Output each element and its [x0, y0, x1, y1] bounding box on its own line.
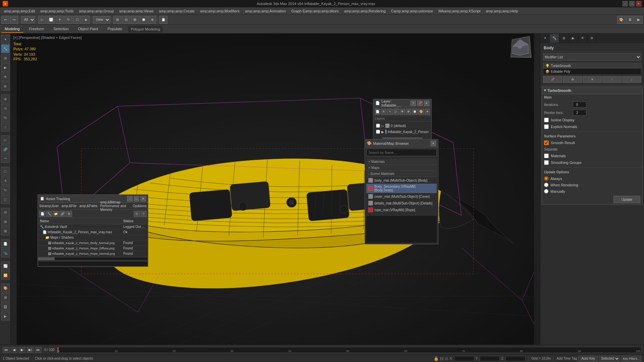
ts-when-rendering-radio[interactable] — [544, 183, 548, 187]
maps-section-header[interactable]: + Maps — [366, 165, 437, 171]
asset-toolbar-btn4[interactable]: 🔗 — [59, 211, 65, 217]
mat-item-body-secondary[interactable]: Body_Secondary (VRayMtl) [Body,Seats] — [366, 184, 437, 193]
select-region-button[interactable]: ⬜ — [47, 16, 55, 24]
menu-animation[interactable]: amp;amp;amp;Animation — [242, 8, 288, 14]
material-editor-sidebar-btn[interactable]: 🎨 — [1, 284, 10, 292]
angle-snap-toggle[interactable]: ⊕ — [148, 16, 156, 24]
nav-cube-box[interactable]: TOP — [511, 36, 531, 58]
menu-customize[interactable]: Camp;amp;amp;ustomize — [388, 8, 436, 14]
utilities-panel-btn[interactable]: ⚙ — [1, 82, 10, 90]
ts-materials-checkbox[interactable] — [544, 154, 549, 158]
snap-spinner-btn[interactable]: ↕ — [1, 123, 10, 131]
minimize-button[interactable]: − — [623, 1, 628, 6]
menu-create[interactable]: amp;amp;amp;Create — [156, 8, 197, 14]
right-tab-display[interactable]: 👁 — [578, 34, 587, 43]
asset-row-vault[interactable]: 🔧 Autodesk Vault Logged Out ... — [38, 224, 148, 230]
link-btn[interactable]: 🔗 — [1, 145, 10, 154]
ts-isoline-checkbox[interactable] — [544, 118, 549, 122]
ts-smoothing-groups-checkbox[interactable] — [544, 160, 549, 165]
asset-toolbar-btn1[interactable]: 📄 — [39, 211, 45, 217]
asset-menu-file[interactable]: amp;&File — [61, 204, 76, 208]
asset-help-btn[interactable]: ? — [141, 211, 147, 217]
viewport[interactable]: [+] [Perspective] [Shaded + Edged Faces]… — [11, 34, 540, 345]
menu-rendering[interactable]: amp;amp;amp;Rendering — [341, 8, 388, 14]
ts-explicit-checkbox[interactable] — [544, 124, 549, 129]
asset-refresh-btn[interactable]: ↻ — [134, 211, 140, 217]
snap-angle-btn[interactable]: ⊙ — [1, 104, 10, 113]
select-filter-btn[interactable]: ⬡ — [1, 167, 10, 176]
timeline-back-btn[interactable]: ◀ — [11, 347, 17, 353]
scene-materials-section-header[interactable]: - Scene Materials — [366, 171, 437, 177]
y-coord-input[interactable] — [480, 356, 500, 361]
asset-close-btn[interactable]: ✕ — [141, 196, 146, 201]
reference-coord-dropdown[interactable]: View — [93, 16, 110, 23]
timeline-fwd-btn[interactable]: ▶| — [27, 347, 34, 353]
mod-editablepoly-item[interactable]: 📦 Editable Poly — [543, 69, 641, 74]
layer-delete-btn[interactable]: ✕ — [381, 109, 387, 115]
material-browser-close-btn[interactable]: ✕ — [431, 141, 436, 146]
layer-radiosity-btn[interactable]: ☀ — [425, 109, 430, 115]
x-coord-input[interactable] — [454, 356, 474, 361]
layer-item-kayak[interactable]: ▶ Inflatable_Kayak_2_Person — [375, 129, 430, 135]
layer-default-checkbox[interactable] — [376, 124, 380, 128]
ts-manually-radio[interactable] — [544, 189, 548, 193]
asset-row-body-normal[interactable]: 🖼 Inflatable_Kayak_2_Person_Body_Normal.… — [38, 240, 148, 246]
rotate-tool-btn[interactable]: ↻ — [1, 186, 10, 194]
undo-button[interactable]: ↩ — [1, 16, 9, 24]
move-tool-btn[interactable]: ✛ — [1, 176, 10, 185]
ts-update-btn[interactable]: Update — [613, 196, 640, 203]
autokey-button[interactable]: Auto Key — [578, 356, 598, 362]
snap-percent-btn[interactable]: % — [1, 113, 10, 122]
layer-select-btn[interactable]: ▷ — [393, 109, 399, 115]
mat-item-body[interactable]: body_mat (Multi/Sub-Object) [Body] — [366, 177, 437, 184]
layers-help-btn[interactable]: ? — [411, 101, 416, 106]
asset-toolbar-btn5[interactable]: ⚙ — [66, 211, 72, 217]
layer-kayak-checkbox[interactable] — [376, 130, 380, 134]
ts-render-iters-input[interactable] — [573, 110, 586, 116]
timeline-prev-btn[interactable]: ⏮ — [3, 347, 9, 353]
key-filters-button[interactable]: Key Filters... — [621, 356, 641, 362]
snap-3d-btn[interactable]: ⊕ — [1, 95, 10, 103]
layer-new-btn[interactable]: 📄 — [375, 109, 380, 115]
scale-tool-btn[interactable]: ⬡ — [1, 195, 10, 204]
material-search-input[interactable] — [366, 149, 437, 156]
modify-panel-btn[interactable]: 🔧 — [1, 44, 10, 53]
mat-item-cover[interactable]: cover_mat (Multi/Sub-Object) [Cover] — [366, 193, 437, 200]
asset-menu-options[interactable]: Op&tions — [133, 204, 147, 208]
timeline-next-btn[interactable]: ⏭ — [35, 347, 42, 353]
select-button[interactable]: ▷ — [38, 16, 46, 24]
mirror-button[interactable]: ⊟ — [122, 16, 130, 24]
redo-button[interactable]: ↪ — [10, 16, 18, 24]
layers-close-btn[interactable]: ✕ — [424, 101, 429, 106]
snap-toggle[interactable]: 🔲 — [140, 16, 148, 24]
right-tab-motion[interactable]: ▶ — [569, 34, 578, 43]
asset-menu-server[interactable]: Seramp;&ver — [39, 204, 59, 208]
asset-row-rope-normal[interactable]: 🖼 Inflatable_Kayak_2_Person_Rope_Normal.… — [38, 251, 148, 256]
layer-render-btn[interactable]: 🔲 — [412, 109, 418, 115]
layer-color-btn[interactable]: 🎨 — [418, 109, 424, 115]
select-object-btn[interactable]: ▷ — [1, 135, 10, 144]
right-tab-modify[interactable]: 🔧 — [550, 34, 559, 43]
array-button[interactable]: ⊠ — [131, 16, 139, 24]
align-tool-btn[interactable]: ⊞ — [1, 217, 10, 226]
modifier-list-dropdown[interactable]: Modifier List — [543, 53, 641, 61]
mod-down-btn[interactable]: ↓ — [622, 76, 641, 83]
bind-space-warp-btn[interactable]: 〜 — [1, 154, 10, 163]
mod-up-btn[interactable]: ↑ — [602, 76, 622, 83]
mod-pin-btn[interactable]: 📌 — [543, 76, 562, 83]
menu-graph-editors[interactable]: Graph Eamp;amp;amp;ditors — [289, 8, 341, 14]
menu-modifiers[interactable]: amp;amp;amp;Modifiers — [197, 8, 242, 14]
layer-add-selection-btn[interactable]: + — [387, 109, 393, 115]
asset-row-maps[interactable]: 📁 Maps / Shaders — [38, 235, 148, 240]
layer-freeze-btn[interactable]: ❄ — [406, 109, 412, 115]
asset-toolbar-btn3[interactable]: 📁 — [53, 211, 59, 217]
z-coord-input[interactable] — [505, 356, 526, 361]
tab-modeling[interactable]: Modeling — [1, 25, 23, 33]
asset-menu-paths[interactable]: amp;&Paths — [79, 204, 97, 208]
mod-delete-btn[interactable]: ✕ — [583, 76, 602, 83]
layer-item-default[interactable]: ▷ 0 (default) — [375, 123, 430, 129]
menu-tools[interactable]: amp;amp;amp;Tools — [38, 8, 76, 14]
hierarchy-panel-btn[interactable]: ⊞ — [1, 54, 10, 62]
viewport-nav-cube[interactable]: TOP — [510, 37, 533, 60]
mod-config-btn[interactable]: ⚙ — [563, 76, 582, 83]
